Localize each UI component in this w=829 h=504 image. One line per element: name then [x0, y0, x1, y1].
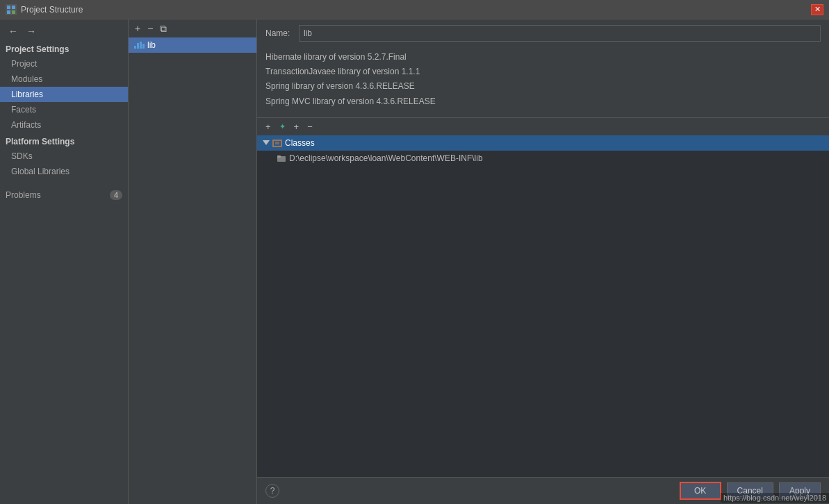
classes-addalt-button[interactable]: +	[291, 121, 302, 133]
title-bar: Project Structure ✕	[0, 0, 829, 19]
svg-rect-1	[12, 6, 15, 9]
app-icon	[6, 4, 17, 15]
classes-remove-button[interactable]: −	[304, 121, 315, 133]
sidebar-item-facets[interactable]: Facets	[0, 102, 128, 117]
sidebar-item-modules[interactable]: Modules	[0, 72, 128, 87]
title-bar-left: Project Structure	[6, 4, 83, 15]
tree-area: Classes D:\eclipse\workspace\loan\WebCon…	[257, 135, 829, 477]
project-settings-header: Project Settings	[0, 40, 128, 56]
sidebar-item-global-libraries[interactable]: Global Libraries	[0, 164, 128, 179]
add-library-button[interactable]: +	[133, 22, 142, 35]
problems-badge: 4	[110, 190, 122, 200]
sidebar-nav-buttons: ← →	[0, 22, 128, 40]
desc-lines: Hibernate library of version 5.2.7.Final…	[265, 47, 821, 112]
classes-add-button[interactable]: +	[263, 121, 274, 133]
library-item-lib[interactable]: lib	[129, 37, 256, 53]
name-row: Name:	[265, 25, 821, 42]
help-button[interactable]: ?	[265, 484, 279, 498]
copy-library-button[interactable]: ⧉	[158, 22, 169, 35]
library-item-label: lib	[147, 40, 156, 50]
ok-button[interactable]: OK	[680, 482, 721, 500]
sidebar-item-sdks[interactable]: SDKs	[0, 149, 128, 164]
name-input[interactable]	[299, 25, 821, 42]
sidebar-item-artifacts[interactable]: Artifacts	[0, 117, 128, 133]
forward-button[interactable]: →	[24, 25, 39, 37]
platform-settings-header: Platform Settings	[0, 133, 128, 149]
desc-line-2: Spring library of version 4.3.6.RELEASE	[265, 79, 821, 94]
library-list: lib	[129, 37, 256, 504]
library-icon	[134, 42, 145, 49]
main-container: ← → Project Settings Project Modules Lib…	[0, 19, 829, 504]
bottom-left: ?	[265, 484, 279, 498]
svg-rect-3	[12, 10, 15, 14]
top-content: Name: Hibernate library of version 5.2.7…	[257, 19, 829, 118]
desc-line-0: Hibernate library of version 5.2.7.Final	[265, 50, 821, 65]
name-label: Name:	[265, 28, 293, 38]
svg-rect-8	[277, 156, 281, 158]
classes-label: Classes	[285, 138, 315, 148]
library-list-toolbar: + − ⧉	[129, 19, 256, 37]
classes-tree-row[interactable]: Classes	[257, 135, 829, 151]
content-row: + − ⧉ lib N	[129, 19, 829, 504]
triangle-down-icon	[263, 140, 270, 145]
watermark: https://blog.csdn.net/weyl2018	[721, 493, 829, 503]
back-button[interactable]: ←	[6, 25, 21, 37]
classes-icon	[272, 138, 282, 148]
folder-icon	[277, 153, 286, 163]
svg-rect-0	[7, 6, 10, 9]
classes-path-row[interactable]: D:\eclipse\workspace\loan\WebContent\WEB…	[257, 151, 829, 166]
title-bar-title: Project Structure	[21, 5, 83, 15]
right-panel: Name: Hibernate library of version 5.2.7…	[257, 19, 829, 504]
sidebar-item-libraries[interactable]: Libraries	[0, 87, 128, 102]
desc-line-3: Spring MVC library of version 4.3.6.RELE…	[265, 94, 821, 109]
classes-addspec-button[interactable]: ✦	[277, 121, 288, 132]
problems-label: Problems	[6, 190, 41, 200]
classes-toolbar: + ✦ + −	[257, 118, 829, 135]
library-list-panel: + − ⧉ lib	[129, 19, 257, 504]
desc-line-1: TransactionJavaee library of version 1.1…	[265, 65, 821, 79]
sidebar-item-project[interactable]: Project	[0, 56, 128, 72]
sidebar: ← → Project Settings Project Modules Lib…	[0, 19, 129, 504]
remove-library-button[interactable]: −	[145, 22, 155, 35]
close-button[interactable]: ✕	[811, 4, 823, 15]
classes-path: D:\eclipse\workspace\loan\WebContent\WEB…	[289, 153, 483, 163]
sidebar-item-problems[interactable]: Problems 4	[0, 187, 128, 203]
svg-rect-2	[7, 10, 10, 14]
